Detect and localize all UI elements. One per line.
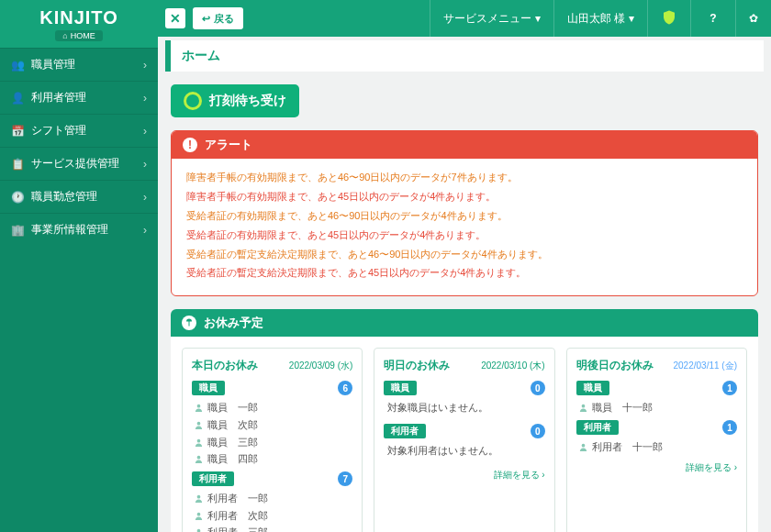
user-count-badge: 1: [722, 420, 737, 435]
list-item: 職員 次郎: [194, 416, 352, 434]
nav-label: 利用者管理: [31, 90, 86, 105]
day-title: 本日のお休み: [192, 358, 258, 373]
shield-icon: [661, 9, 677, 28]
list-item: 利用者 一郎: [194, 490, 352, 507]
home-icon: ⌂: [62, 31, 67, 40]
day-date: 2022/03/09 (水): [289, 360, 353, 372]
back-button[interactable]: ↩戻る: [193, 7, 243, 29]
chevron-right-icon: ›: [143, 224, 147, 237]
section-staff-label: 職員: [192, 381, 225, 395]
empty-message: 対象職員はいません。: [384, 399, 544, 420]
sidebar-item-0[interactable]: 👥職員管理›: [0, 48, 158, 81]
day-card-1: 明日のお休み2022/03/10 (木)職員0対象職員はいません。利用者0対象利…: [374, 348, 554, 532]
detail-link[interactable]: 詳細を見る ›: [384, 469, 544, 482]
chevron-right-icon: ›: [143, 158, 147, 171]
nav-icon: 🕐: [11, 191, 24, 204]
alert-item[interactable]: 受給者証の有効期限まで、あと45日以内のデータが4件あります。: [186, 226, 743, 245]
empty-message: 対象利用者はいません。: [384, 442, 544, 463]
user-count-badge: 7: [338, 471, 352, 486]
sidebar-item-3[interactable]: 📋サービス提供管理›: [0, 147, 158, 180]
alert-panel: !アラート 障害者手帳の有効期限まで、あと46〜90日以内のデータが7件あります…: [171, 130, 758, 296]
nav-icon: 👤: [11, 92, 24, 105]
day-card-0: 本日のお休み2022/03/09 (水)職員6職員 一郎職員 次郎職員 三郎職員…: [182, 348, 363, 532]
section-user-label: 利用者: [192, 471, 234, 486]
sidebar-item-1[interactable]: 👤利用者管理›: [0, 81, 158, 114]
staff-count-badge: 1: [722, 381, 737, 395]
day-date: 2022/03/10 (木): [481, 360, 545, 372]
alert-item[interactable]: 受給者証の暫定支給決定期限まで、あと46〜90日以内のデータが4件あります。: [186, 245, 743, 264]
sidebar-item-5[interactable]: 🏢事業所情報管理›: [0, 213, 158, 246]
back-arrow-icon: ↩: [202, 13, 210, 25]
nav-label: シフト管理: [31, 123, 86, 139]
list-item: 職員 四郎: [194, 450, 352, 468]
chevron-right-icon: ›: [143, 59, 147, 72]
stamp-button[interactable]: 打刻待ち受け: [171, 84, 299, 117]
detail-link[interactable]: 詳細を見る ›: [576, 461, 737, 474]
day-title: 明日のお休み: [384, 358, 450, 373]
sidebar: KINJITO ⌂HOME 👥職員管理›👤利用者管理›📅シフト管理›📋サービス提…: [0, 0, 158, 532]
home-badge: ⌂HOME: [55, 30, 102, 41]
list-item: 利用者 十一郎: [578, 438, 737, 456]
svg-point-8: [581, 405, 585, 408]
nav-icon: 🏢: [11, 224, 24, 237]
holiday-panel: お休み予定 本日のお休み2022/03/09 (水)職員6職員 一郎職員 次郎職…: [171, 309, 758, 532]
service-menu-dropdown[interactable]: サービスメニュー▾: [430, 0, 553, 37]
svg-point-2: [197, 438, 201, 442]
holiday-header: お休み予定: [171, 309, 758, 337]
svg-point-9: [581, 444, 585, 448]
day-date: 2022/03/11 (金): [673, 360, 737, 372]
chevron-right-icon: ›: [143, 191, 147, 204]
staff-count-badge: 0: [531, 381, 545, 395]
list-item: 職員 三郎: [194, 434, 352, 451]
day-card-2: 明後日のお休み2022/03/11 (金)職員1職員 十一郎利用者1利用者 十一…: [566, 348, 747, 532]
help-icon: ?: [704, 9, 722, 28]
sidebar-item-4[interactable]: 🕐職員勤怠管理›: [0, 180, 158, 213]
svg-point-1: [197, 422, 201, 426]
section-user-label: 利用者: [384, 424, 426, 438]
list-item: 利用者 次郎: [194, 507, 352, 525]
nav-label: サービス提供管理: [31, 156, 119, 172]
list-item: 職員 一郎: [194, 399, 352, 416]
nav-label: 職員勤怠管理: [31, 189, 97, 205]
svg-point-5: [197, 512, 201, 515]
chevron-down-icon: ▾: [629, 12, 634, 25]
chevron-right-icon: ›: [143, 125, 147, 138]
help-button[interactable]: ?: [690, 0, 735, 37]
svg-point-0: [197, 405, 201, 408]
ring-icon: [184, 92, 202, 110]
section-staff-label: 職員: [576, 381, 609, 395]
logo[interactable]: KINJITO ⌂HOME: [0, 0, 158, 48]
shield-icon-button[interactable]: [647, 0, 690, 37]
user-count-badge: 0: [531, 424, 545, 438]
svg-point-4: [197, 495, 201, 499]
svg-point-3: [197, 456, 201, 460]
staff-count-badge: 6: [338, 381, 352, 395]
alert-item[interactable]: 受給者証の暫定支給決定期限まで、あと45日以内のデータが4件あります。: [186, 263, 743, 283]
day-title: 明後日のお休み: [576, 358, 654, 373]
section-user-label: 利用者: [576, 420, 619, 435]
alert-item[interactable]: 障害者手帳の有効期限まで、あと45日以内のデータが4件あります。: [186, 187, 743, 206]
alert-header: !アラート: [172, 131, 757, 159]
list-item: 利用者 三郎: [194, 524, 352, 532]
alert-icon: !: [183, 138, 197, 152]
settings-button[interactable]: ✿: [735, 0, 771, 37]
user-menu-dropdown[interactable]: 山田太郎 様▾: [553, 0, 647, 37]
gear-icon: ✿: [749, 12, 758, 25]
holiday-icon: [182, 316, 196, 330]
chevron-right-icon: ›: [143, 92, 147, 105]
alert-item[interactable]: 受給者証の有効期限まで、あと46〜90日以内のデータが4件あります。: [186, 206, 743, 226]
nav-icon: 📋: [11, 158, 24, 171]
logo-text: KINJITO: [39, 7, 118, 28]
nav-icon: 📅: [11, 125, 24, 138]
nav-label: 事業所情報管理: [31, 222, 108, 238]
nav-label: 職員管理: [31, 57, 75, 72]
alert-item[interactable]: 障害者手帳の有効期限まで、あと46〜90日以内のデータが7件あります。: [186, 168, 743, 187]
chevron-down-icon: ▾: [535, 12, 541, 25]
section-staff-label: 職員: [384, 381, 417, 395]
page-title: ホーム: [165, 40, 764, 72]
nav-icon: 👥: [11, 59, 24, 72]
main-content: ホーム 打刻待ち受け !アラート 障害者手帳の有効期限まで、あと46〜90日以内…: [158, 37, 771, 532]
list-item: 職員 十一郎: [578, 399, 737, 416]
close-button[interactable]: ✕: [165, 8, 185, 28]
sidebar-item-2[interactable]: 📅シフト管理›: [0, 114, 158, 147]
